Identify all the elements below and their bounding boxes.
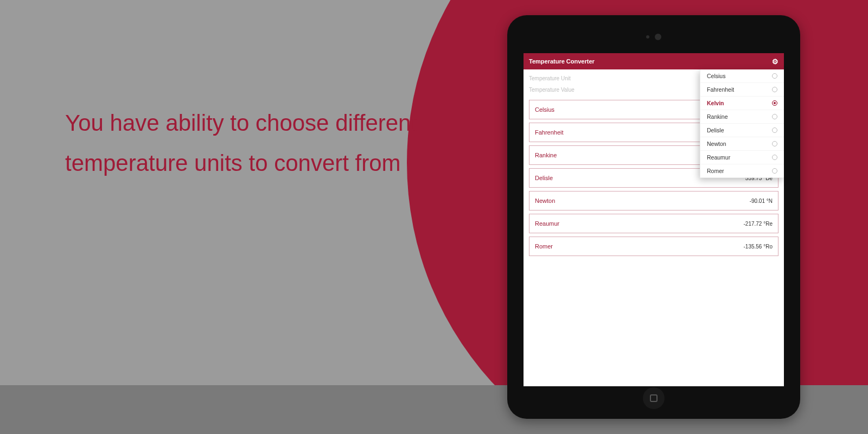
result-row-romer[interactable]: Romer -135.56 °Ro <box>529 237 778 256</box>
result-label: Delisle <box>535 175 553 181</box>
radio-icon <box>772 100 777 106</box>
unit-option-kelvin[interactable]: Kelvin <box>700 97 784 110</box>
radio-icon <box>772 155 777 160</box>
app-screen: Temperature Converter ⚙ Temperature Unit… <box>524 53 784 386</box>
radio-icon <box>772 87 777 92</box>
result-row-newton[interactable]: Newton -90.01 °N <box>529 191 778 210</box>
tablet-home-button[interactable] <box>643 387 665 409</box>
unit-option-delisle[interactable]: Delisle <box>700 124 784 137</box>
radio-icon <box>772 114 777 119</box>
radio-icon <box>772 168 777 174</box>
result-label: Newton <box>535 197 555 204</box>
unit-option-fahrenheit[interactable]: Fahrenheit <box>700 83 784 97</box>
result-value: -217.72 °Re <box>744 221 773 227</box>
result-label: Reaumur <box>535 220 559 227</box>
radio-icon <box>772 127 777 133</box>
promo-headline: You have ability to choose different tem… <box>65 103 434 183</box>
result-label: Rankine <box>535 152 557 158</box>
unit-option-rankine[interactable]: Rankine <box>700 110 784 124</box>
unit-option-label: Kelvin <box>707 100 724 106</box>
result-row-reaumur[interactable]: Reaumur -217.72 °Re <box>529 214 778 233</box>
unit-option-romer[interactable]: Romer <box>700 164 784 177</box>
result-label: Fahrenheit <box>535 129 564 136</box>
tablet-camera <box>646 34 661 40</box>
result-label: Celsius <box>535 106 554 113</box>
result-value: -90.01 °N <box>750 198 773 204</box>
unit-option-label: Delisle <box>707 127 724 133</box>
home-icon <box>650 394 658 402</box>
settings-icon[interactable]: ⚙ <box>772 58 778 66</box>
unit-option-label: Reaumur <box>707 154 730 161</box>
unit-option-label: Rankine <box>707 113 728 120</box>
unit-dropdown[interactable]: Celsius Fahrenheit Kelvin Rankine Delisl… <box>700 69 784 178</box>
promo-stage: You have ability to choose different tem… <box>0 0 868 434</box>
radio-icon <box>772 73 777 79</box>
unit-option-reaumur[interactable]: Reaumur <box>700 151 784 164</box>
radio-icon <box>772 141 777 146</box>
unit-option-label: Fahrenheit <box>707 86 734 93</box>
result-value: -135.56 °Ro <box>744 244 773 250</box>
unit-option-celsius[interactable]: Celsius <box>700 69 784 83</box>
app-header: Temperature Converter ⚙ <box>524 53 784 69</box>
unit-option-label: Celsius <box>707 73 725 79</box>
unit-option-label: Newton <box>707 141 726 147</box>
unit-option-newton[interactable]: Newton <box>700 137 784 151</box>
result-label: Romer <box>535 243 553 250</box>
unit-option-label: Romer <box>707 168 724 174</box>
app-title: Temperature Converter <box>529 58 595 65</box>
tablet-frame: Temperature Converter ⚙ Temperature Unit… <box>507 15 800 419</box>
